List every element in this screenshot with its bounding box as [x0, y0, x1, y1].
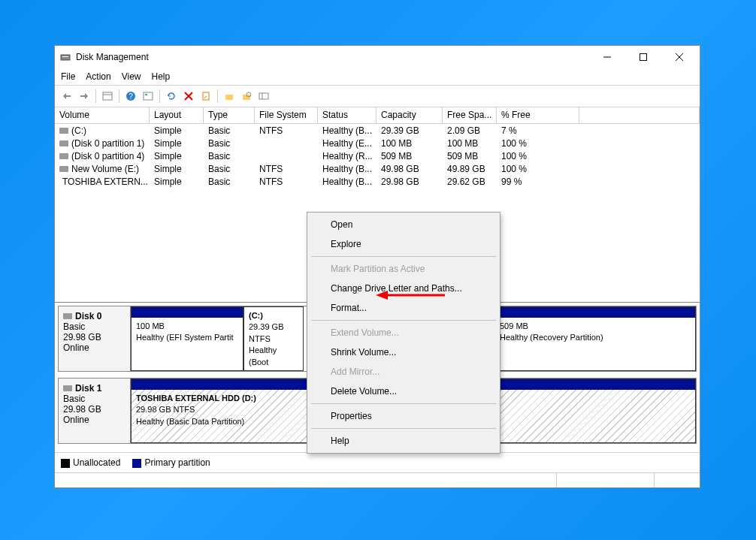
volume-icon	[59, 166, 68, 172]
partition-block[interactable]: 509 MBHealthy (Recovery Partition)	[494, 306, 696, 371]
menu-item-format[interactable]: Format...	[310, 298, 497, 318]
svg-rect-10	[144, 92, 153, 100]
menu-item-add-mirror: Add Mirror...	[310, 362, 497, 382]
delete-icon[interactable]	[181, 89, 196, 104]
volume-context-menu: OpenExploreMark Partition as ActiveChang…	[307, 212, 500, 454]
col-type[interactable]: Type	[204, 107, 255, 123]
minimize-button[interactable]	[596, 50, 618, 65]
legend-primary: Primary partition	[132, 457, 210, 468]
toolbar-sep	[159, 89, 160, 103]
svg-rect-6	[103, 92, 112, 100]
col-blank	[579, 107, 700, 123]
svg-rect-3	[640, 54, 647, 61]
svg-rect-18	[259, 93, 268, 99]
menu-item-mark-partition-as-active: Mark Partition as Active	[310, 259, 497, 279]
toolbar: ?	[55, 86, 700, 107]
menu-help[interactable]: Help	[152, 71, 171, 82]
menu-separator	[311, 256, 496, 257]
menu-bar: File Action View Help	[55, 68, 700, 86]
menu-item-delete-volume[interactable]: Delete Volume...	[310, 382, 497, 401]
svg-text:?: ?	[129, 92, 133, 101]
menu-separator	[311, 320, 496, 321]
refresh-icon[interactable]	[164, 89, 179, 104]
toolbar-sep	[217, 89, 218, 103]
menu-item-extend-volume: Extend Volume...	[310, 323, 497, 342]
menu-action[interactable]: Action	[86, 71, 110, 82]
disk-label[interactable]: Disk 0Basic29.98 GBOnline	[59, 306, 131, 371]
app-icon	[59, 51, 71, 63]
menu-item-shrink-volume[interactable]: Shrink Volume...	[310, 342, 497, 362]
col-layout[interactable]: Layout	[150, 107, 204, 123]
menu-item-help[interactable]: Help	[310, 431, 497, 451]
nav-forward-icon[interactable]	[77, 89, 92, 104]
close-button[interactable]	[668, 50, 691, 65]
volume-icon	[59, 128, 68, 134]
svg-rect-14	[203, 92, 209, 100]
toolbar-sep	[119, 89, 119, 103]
col-status[interactable]: Status	[318, 107, 376, 123]
menu-item-properties[interactable]: Properties	[310, 406, 497, 426]
volume-row[interactable]: (Disk 0 partition 4)SimpleBasicHealthy (…	[55, 149, 700, 162]
col-filesystem[interactable]: File System	[255, 107, 318, 123]
show-hide-tree-icon[interactable]	[100, 89, 115, 104]
svg-rect-15	[225, 95, 233, 100]
menu-item-open[interactable]: Open	[310, 215, 497, 234]
col-pctfree[interactable]: % Free	[497, 107, 579, 123]
help-icon[interactable]: ?	[123, 89, 138, 104]
status-bar	[55, 472, 700, 487]
volume-row[interactable]: New Volume (E:)SimpleBasicNTFSHealthy (B…	[55, 162, 700, 175]
toolbar-sep	[95, 89, 96, 103]
col-freespace[interactable]: Free Spa...	[443, 107, 497, 123]
window-title: Disk Management	[76, 52, 596, 62]
legend: Unallocated Primary partition	[55, 452, 700, 472]
volume-icon	[59, 140, 68, 146]
menu-item-explore[interactable]: Explore	[310, 234, 497, 254]
menu-view[interactable]: View	[122, 71, 141, 82]
disk-icon	[63, 385, 72, 391]
svg-rect-1	[62, 56, 68, 57]
menu-separator	[311, 428, 496, 429]
col-capacity[interactable]: Capacity	[376, 107, 443, 123]
toolbar-icon[interactable]	[222, 89, 237, 104]
legend-unallocated: Unallocated	[61, 457, 120, 468]
toolbar-icon[interactable]	[256, 89, 271, 104]
volume-icon	[59, 153, 68, 159]
volume-row[interactable]: (Disk 0 partition 1)SimpleBasicHealthy (…	[55, 137, 700, 149]
properties-icon[interactable]	[198, 89, 213, 104]
volume-list-header: Volume Layout Type File System Status Ca…	[55, 107, 700, 124]
maximize-button[interactable]	[632, 50, 655, 65]
col-volume[interactable]: Volume	[55, 107, 150, 123]
disk-icon	[63, 313, 72, 319]
titlebar: Disk Management	[55, 46, 700, 68]
menu-item-change-drive-letter-and-paths[interactable]: Change Drive Letter and Paths...	[310, 279, 497, 298]
svg-rect-11	[145, 94, 147, 95]
menu-file[interactable]: File	[61, 71, 75, 82]
partition-block[interactable]: 100 MBHealthy (EFI System Partit	[131, 306, 243, 371]
disk-label[interactable]: Disk 1Basic29.98 GBOnline	[59, 379, 131, 443]
volume-row[interactable]: (C:)SimpleBasicNTFSHealthy (B...29.39 GB…	[55, 124, 700, 137]
volume-row[interactable]: TOSHIBA EXTERN...SimpleBasicNTFSHealthy …	[55, 175, 700, 188]
toolbar-icon[interactable]	[239, 89, 254, 104]
svg-rect-0	[61, 55, 70, 60]
partition-block[interactable]: (C:)29.39 GB NTFSHealthy (Boot	[243, 306, 304, 371]
action-list-settings-icon[interactable]	[141, 89, 156, 104]
nav-back-icon[interactable]	[59, 89, 74, 104]
menu-separator	[311, 403, 496, 404]
